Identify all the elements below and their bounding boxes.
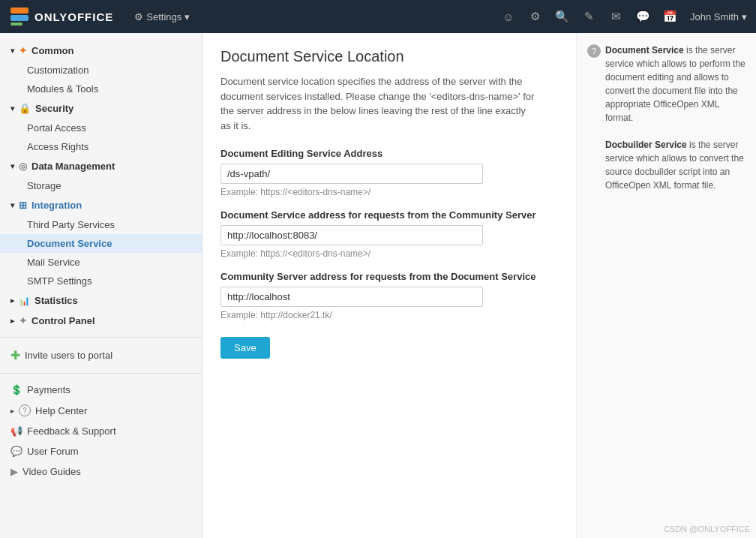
sidebar-section-security[interactable]: ▾ 🔒 Security bbox=[0, 98, 202, 119]
sidebar-section-integration-label: Integration bbox=[32, 200, 82, 211]
community-server-address-example: Example: https://<editors-dns-name>/ bbox=[220, 248, 558, 259]
help-panel-header: ? Document Service is the server service… bbox=[587, 44, 746, 192]
sidebar-section-security-label: Security bbox=[35, 103, 74, 114]
gear-icon: ⚙ bbox=[134, 11, 143, 23]
sidebar-item-feedback-support[interactable]: 📢 Feedback & Support bbox=[0, 421, 202, 441]
save-button[interactable]: Save bbox=[220, 337, 270, 359]
chevron-right-icon: ▸ bbox=[10, 317, 14, 325]
chevron-down-icon: ▾ bbox=[10, 104, 14, 113]
mail-icon[interactable]: ✉ bbox=[604, 5, 628, 29]
chevron-down-icon: ▾ bbox=[10, 162, 14, 170]
feedback-support-label: Feedback & Support bbox=[27, 425, 116, 437]
header: ONLYOFFICE ⚙ Settings ▾ ☺ ⚙ 🔍 ✎ ✉ 💬 📅 Jo… bbox=[0, 0, 756, 33]
user-name: John Smith bbox=[690, 11, 739, 23]
sidebar-item-user-forum[interactable]: 💬 User Forum bbox=[0, 441, 202, 461]
sidebar-invite-users[interactable]: ✚ Invite users to portal bbox=[0, 344, 202, 367]
help-text: Document Service is the server service w… bbox=[605, 44, 746, 192]
invite-users-label: Invite users to portal bbox=[25, 350, 112, 361]
editing-address-label: Document Editing Service Address bbox=[220, 148, 558, 159]
layout: ▾ ✦ Common Customization Modules & Tools… bbox=[0, 33, 756, 538]
video-guides-label: Video Guides bbox=[22, 466, 81, 477]
sidebar-item-storage[interactable]: Storage bbox=[0, 176, 202, 195]
sidebar-item-access-rights[interactable]: Access Rights bbox=[0, 137, 202, 156]
video-icon: ▶ bbox=[10, 466, 18, 477]
page-title: Document Service Location bbox=[220, 48, 558, 65]
help-center-icon: ? bbox=[19, 404, 31, 416]
editing-address-input[interactable] bbox=[220, 164, 483, 184]
svg-rect-0 bbox=[10, 8, 28, 14]
sidebar-section-common-label: Common bbox=[32, 45, 74, 56]
help-center-label: Help Center bbox=[35, 405, 87, 416]
sidebar-item-customization[interactable]: Customization bbox=[0, 61, 202, 80]
asterisk-icon: ✦ bbox=[19, 45, 27, 56]
control-panel-icon: ✦ bbox=[19, 315, 27, 326]
form-section-editing-address: Document Editing Service Address Example… bbox=[220, 148, 558, 197]
chevron-right-icon: ▸ bbox=[10, 407, 14, 415]
grid-icon: ⊞ bbox=[19, 200, 27, 211]
sidebar-item-document-service[interactable]: Document Service bbox=[0, 234, 202, 253]
edit-icon[interactable]: ✎ bbox=[578, 5, 602, 29]
payments-icon: 💲 bbox=[10, 384, 22, 395]
user-chevron-icon: ▾ bbox=[742, 11, 747, 23]
chevron-down-icon: ▾ bbox=[184, 11, 190, 23]
chevron-right-icon: ▸ bbox=[10, 296, 14, 305]
sidebar-section-statistics-label: Statistics bbox=[34, 295, 78, 306]
forum-icon: 💬 bbox=[10, 446, 22, 457]
person-icon[interactable]: ☺ bbox=[496, 5, 520, 29]
settings-icon[interactable]: ⚙ bbox=[524, 5, 548, 29]
form-section-document-service-address: Community Server address for requests fr… bbox=[220, 271, 558, 320]
sidebar-section-data-management[interactable]: ▾ ◎ Data Management bbox=[0, 156, 202, 176]
editing-address-example: Example: https://<editors-dns-name>/ bbox=[220, 187, 558, 197]
help-panel: ? Document Service is the server service… bbox=[576, 33, 756, 538]
community-server-address-label: Document Service address for requests fr… bbox=[220, 209, 558, 221]
sidebar-divider bbox=[0, 337, 202, 338]
chevron-down-icon: ▾ bbox=[10, 47, 14, 55]
document-service-address-input[interactable] bbox=[220, 287, 483, 307]
help-text-1: is the server service which allows to pe… bbox=[605, 45, 746, 123]
logo-area: ONLYOFFICE bbox=[9, 6, 113, 27]
logo-icon bbox=[9, 6, 30, 27]
document-service-address-label: Community Server address for requests fr… bbox=[220, 271, 558, 282]
document-service-address-example: Example: http://docker21.tk/ bbox=[220, 310, 558, 320]
chevron-down-icon: ▾ bbox=[10, 201, 14, 209]
help-question-icon: ? bbox=[587, 44, 601, 58]
lock-icon: 🔒 bbox=[19, 103, 31, 114]
document-service-bold: Document Service bbox=[605, 45, 684, 56]
bar-chart-icon: 📊 bbox=[19, 296, 30, 306]
database-icon: ◎ bbox=[19, 161, 27, 172]
watermark: CSDN @ONLYOFFICE bbox=[664, 524, 750, 533]
user-forum-label: User Forum bbox=[27, 446, 79, 457]
svg-rect-2 bbox=[10, 23, 22, 26]
sidebar-section-control-panel[interactable]: ▸ ✦ Control Panel bbox=[0, 311, 202, 331]
sidebar-section-integration[interactable]: ▾ ⊞ Integration bbox=[0, 195, 202, 215]
sidebar-item-mail-service[interactable]: Mail Service bbox=[0, 253, 202, 272]
plus-icon: ✚ bbox=[10, 348, 20, 362]
sidebar-item-payments[interactable]: 💲 Payments bbox=[0, 380, 202, 400]
sidebar-item-third-party-services[interactable]: Third Party Services bbox=[0, 215, 202, 234]
sidebar-section-data-management-label: Data Management bbox=[32, 161, 115, 172]
chat-icon[interactable]: 💬 bbox=[632, 5, 656, 29]
sidebar-item-help-center[interactable]: ▸ ? Help Center bbox=[0, 400, 202, 421]
sidebar-item-smtp-settings[interactable]: SMTP Settings bbox=[0, 272, 202, 290]
logo-text: ONLYOFFICE bbox=[34, 11, 113, 23]
payments-label: Payments bbox=[27, 384, 70, 395]
feedback-icon: 📢 bbox=[10, 425, 22, 437]
sidebar-section-control-panel-label: Control Panel bbox=[32, 315, 95, 326]
main-content: Document Service Location Document servi… bbox=[202, 33, 576, 538]
sidebar-section-common[interactable]: ▾ ✦ Common bbox=[0, 41, 202, 61]
sidebar-item-portal-access[interactable]: Portal Access bbox=[0, 119, 202, 137]
header-icons: ☺ ⚙ 🔍 ✎ ✉ 💬 📅 bbox=[496, 5, 682, 29]
user-area[interactable]: John Smith ▾ bbox=[690, 11, 747, 23]
search-icon[interactable]: 🔍 bbox=[550, 5, 574, 29]
sidebar-item-modules-tools[interactable]: Modules & Tools bbox=[0, 80, 202, 98]
sidebar-item-video-guides[interactable]: ▶ Video Guides bbox=[0, 461, 202, 482]
settings-label: Settings bbox=[146, 11, 182, 23]
sidebar-section-statistics[interactable]: ▸ 📊 Statistics bbox=[0, 290, 202, 311]
community-server-address-input[interactable] bbox=[220, 225, 483, 245]
settings-button[interactable]: ⚙ Settings ▾ bbox=[128, 8, 196, 26]
svg-rect-1 bbox=[10, 15, 28, 21]
calendar-icon[interactable]: 📅 bbox=[658, 5, 682, 29]
form-section-community-server-address: Document Service address for requests fr… bbox=[220, 209, 558, 259]
sidebar: ▾ ✦ Common Customization Modules & Tools… bbox=[0, 33, 202, 538]
docbuilder-service-bold: Docbuilder Service bbox=[605, 140, 687, 150]
